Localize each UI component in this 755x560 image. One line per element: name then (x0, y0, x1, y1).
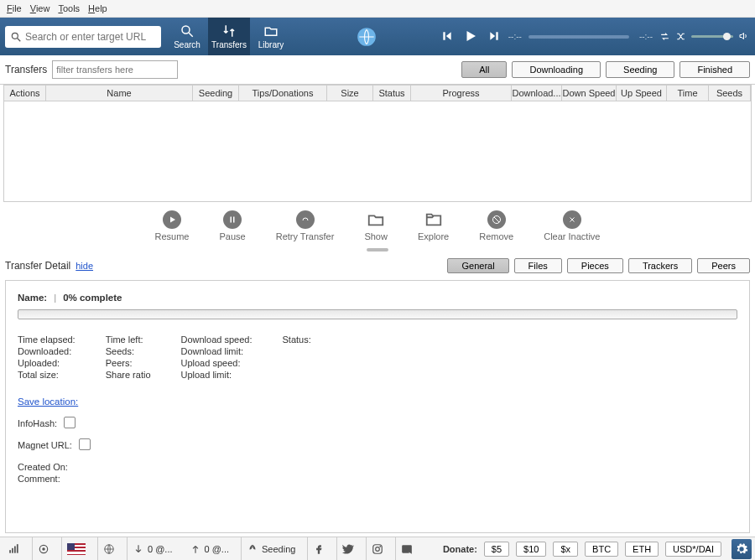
svg-rect-11 (9, 550, 11, 553)
globe-indicator[interactable] (97, 537, 120, 560)
remove-label: Remove (479, 231, 513, 241)
col-status[interactable]: Status (373, 86, 411, 101)
col-progress[interactable]: Progress (411, 86, 512, 101)
up-rate-text: 0 @... (205, 544, 230, 554)
nav-search-button[interactable]: Search (166, 18, 208, 55)
volume-slider[interactable] (691, 35, 733, 38)
connection-indicator[interactable] (3, 537, 25, 560)
prev-track-button[interactable] (441, 30, 453, 44)
seek-slider[interactable] (528, 35, 629, 39)
remove-button[interactable]: Remove (479, 210, 513, 241)
instagram-link[interactable] (366, 537, 388, 560)
stat-time-elapsed: Time elapsed: (18, 334, 76, 345)
col-actions[interactable]: Actions (4, 86, 46, 101)
donate-5-button[interactable]: $5 (484, 542, 509, 557)
filter-input[interactable] (52, 60, 178, 79)
repeat-icon[interactable] (659, 31, 670, 42)
panel-drag-handle[interactable] (367, 248, 388, 251)
col-tips[interactable]: Tips/Donations (239, 86, 327, 101)
tab-trackers[interactable]: Trackers (628, 258, 692, 273)
locale-flag[interactable] (61, 537, 91, 560)
col-seeds[interactable]: Seeds (709, 86, 751, 101)
donate-label: Donate: (443, 544, 477, 554)
volume-icon[interactable] (738, 31, 748, 43)
svg-rect-13 (14, 546, 16, 552)
resume-button[interactable]: Resume (155, 210, 190, 241)
donate-eth-button[interactable]: ETH (625, 542, 659, 557)
retry-button[interactable]: Retry Transfer (276, 210, 335, 241)
svg-line-3 (189, 33, 193, 37)
comment-label: Comment: (18, 474, 60, 484)
transfer-table-header: Actions Name Seeding Tips/Donations Size… (3, 85, 752, 101)
pause-label: Pause (220, 231, 246, 241)
donate-x-button[interactable]: $x (553, 542, 578, 557)
menu-tools[interactable]: Tools (55, 2, 83, 15)
nav-library-button[interactable]: Library (250, 18, 292, 55)
donate-usd-button[interactable]: USD*/DAI (665, 542, 721, 557)
down-rate[interactable]: 0 @... (127, 537, 178, 560)
stat-status: Status: (283, 334, 311, 345)
filter-downloading-button[interactable]: Downloading (512, 61, 601, 78)
next-track-button[interactable] (488, 30, 500, 44)
stat-total-size: Total size: (18, 370, 76, 380)
stat-downloaded: Downloaded: (18, 346, 76, 356)
donate-10-button[interactable]: $10 (516, 542, 546, 557)
nav-transfers-label: Transfers (211, 40, 247, 49)
transfers-label: Transfers (5, 64, 47, 75)
retry-label: Retry Transfer (276, 231, 335, 241)
facebook-link[interactable] (307, 537, 330, 560)
menu-bar: File View Tools Help (0, 0, 755, 18)
menu-help[interactable]: Help (85, 2, 111, 15)
col-time[interactable]: Time (667, 86, 709, 101)
save-location-link[interactable]: Save location: (18, 397, 78, 407)
detail-bar: Transfer Detail hide General Files Piece… (0, 255, 755, 277)
menu-file[interactable]: File (3, 2, 25, 15)
donate-btc-button[interactable]: BTC (585, 542, 618, 557)
tab-pieces[interactable]: Pieces (567, 258, 623, 273)
shuffle-icon[interactable] (675, 31, 686, 42)
infohash-label: InfoHash: (18, 418, 57, 428)
search-input[interactable] (25, 31, 156, 43)
detail-divider: | (54, 293, 56, 303)
tab-general[interactable]: General (447, 258, 508, 273)
vpn-indicator[interactable] (32, 537, 55, 560)
col-name[interactable]: Name (46, 86, 193, 101)
svg-point-2 (182, 26, 190, 34)
col-down-speed[interactable]: Down Speed (562, 86, 617, 101)
col-size[interactable]: Size (327, 86, 373, 101)
seeding-toggle[interactable]: Seeding (241, 537, 300, 560)
menu-view[interactable]: View (27, 2, 54, 15)
col-up-speed[interactable]: Up Speed (617, 86, 667, 101)
stat-ul-speed: Upload speed: (181, 358, 253, 368)
svg-line-8 (494, 217, 499, 222)
twitter-link[interactable] (336, 537, 359, 560)
clear-inactive-button[interactable]: Clear Inactive (544, 210, 600, 241)
svg-point-16 (42, 547, 45, 551)
seeding-label: Seeding (262, 544, 295, 554)
stat-uploaded: Uploaded: (18, 358, 76, 368)
filter-seeding-button[interactable]: Seeding (606, 61, 674, 78)
play-button[interactable] (463, 29, 478, 45)
progress-bar (18, 309, 737, 319)
filter-all-button[interactable]: All (461, 61, 507, 78)
filter-finished-button[interactable]: Finished (680, 61, 750, 78)
nav-transfers-button[interactable]: Transfers (208, 18, 250, 55)
stat-share-ratio: Share ratio (106, 370, 151, 380)
created-label: Created On: (18, 462, 68, 472)
pause-button[interactable]: Pause (220, 210, 246, 241)
tab-files[interactable]: Files (514, 258, 562, 273)
settings-button[interactable] (732, 539, 752, 559)
app-logo (292, 26, 441, 48)
discord-link[interactable] (395, 537, 418, 560)
col-seeding[interactable]: Seeding (193, 86, 239, 101)
explore-button[interactable]: Explore (418, 210, 449, 241)
up-rate[interactable]: 0 @... (185, 537, 235, 560)
col-downloaded-at[interactable]: Download... (512, 86, 562, 101)
show-button[interactable]: Show (364, 210, 388, 241)
copy-magnet-icon[interactable] (81, 440, 91, 450)
hide-detail-link[interactable]: hide (76, 261, 93, 271)
svg-rect-14 (17, 544, 18, 553)
detail-name-label: Name: (18, 293, 47, 303)
tab-peers[interactable]: Peers (697, 258, 750, 273)
copy-infohash-icon[interactable] (65, 418, 76, 428)
